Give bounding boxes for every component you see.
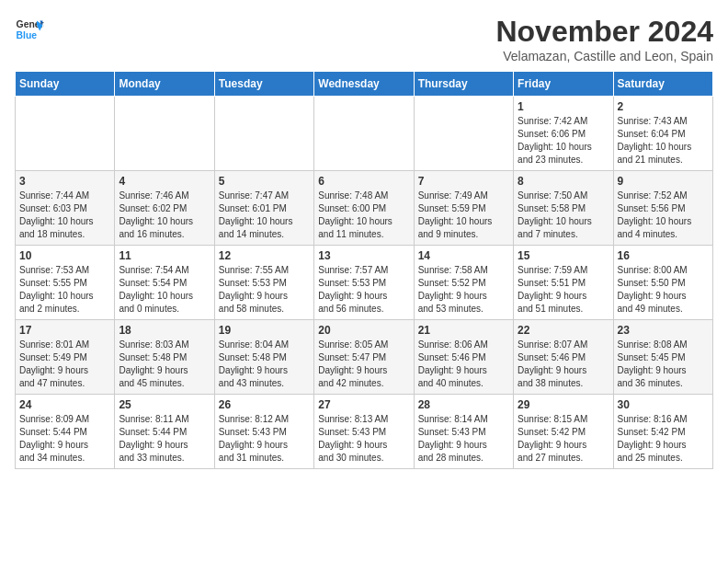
weekday-header-thursday: Thursday xyxy=(414,72,513,97)
day-info: Sunrise: 7:52 AM Sunset: 5:56 PM Dayligh… xyxy=(618,190,709,241)
day-number: 20 xyxy=(318,324,409,337)
day-info: Sunrise: 7:59 AM Sunset: 5:51 PM Dayligh… xyxy=(518,264,609,316)
title-block: November 2024 Velamazan, Castille and Le… xyxy=(495,15,713,63)
day-number: 21 xyxy=(418,324,509,337)
calendar-cell: 17Sunrise: 8:01 AM Sunset: 5:49 PM Dayli… xyxy=(16,320,115,395)
month-title: November 2024 xyxy=(495,15,713,49)
calendar-cell: 5Sunrise: 7:47 AM Sunset: 6:01 PM Daylig… xyxy=(214,171,313,246)
day-number: 10 xyxy=(19,249,110,262)
day-info: Sunrise: 7:58 AM Sunset: 5:52 PM Dayligh… xyxy=(418,264,509,316)
day-number: 24 xyxy=(19,398,110,411)
calendar-cell xyxy=(414,97,513,171)
day-info: Sunrise: 7:44 AM Sunset: 6:03 PM Dayligh… xyxy=(19,190,110,241)
calendar-week-row: 10Sunrise: 7:53 AM Sunset: 5:55 PM Dayli… xyxy=(16,246,713,320)
calendar-cell: 28Sunrise: 8:14 AM Sunset: 5:43 PM Dayli… xyxy=(414,395,513,469)
calendar-cell xyxy=(115,97,214,171)
day-info: Sunrise: 7:49 AM Sunset: 5:59 PM Dayligh… xyxy=(418,190,509,241)
calendar-cell: 20Sunrise: 8:05 AM Sunset: 5:47 PM Dayli… xyxy=(314,320,414,395)
day-info: Sunrise: 8:13 AM Sunset: 5:43 PM Dayligh… xyxy=(318,413,409,465)
day-info: Sunrise: 8:07 AM Sunset: 5:46 PM Dayligh… xyxy=(518,339,609,390)
svg-text:Blue: Blue xyxy=(17,30,38,40)
calendar-cell xyxy=(314,97,414,171)
day-number: 23 xyxy=(618,324,709,337)
day-number: 18 xyxy=(119,324,210,337)
day-number: 7 xyxy=(418,175,509,188)
calendar-cell: 12Sunrise: 7:55 AM Sunset: 5:53 PM Dayli… xyxy=(214,246,313,320)
day-number: 30 xyxy=(618,398,709,411)
day-number: 17 xyxy=(19,324,110,337)
day-number: 26 xyxy=(219,398,310,411)
day-number: 5 xyxy=(219,175,310,188)
day-info: Sunrise: 8:11 AM Sunset: 5:44 PM Dayligh… xyxy=(119,413,210,465)
day-info: Sunrise: 7:57 AM Sunset: 5:53 PM Dayligh… xyxy=(318,264,409,316)
day-info: Sunrise: 8:12 AM Sunset: 5:43 PM Dayligh… xyxy=(219,413,310,465)
logo: General Blue xyxy=(15,15,44,44)
calendar-cell: 3Sunrise: 7:44 AM Sunset: 6:03 PM Daylig… xyxy=(16,171,115,246)
calendar-cell: 23Sunrise: 8:08 AM Sunset: 5:45 PM Dayli… xyxy=(613,320,712,395)
calendar-week-row: 17Sunrise: 8:01 AM Sunset: 5:49 PM Dayli… xyxy=(16,320,713,395)
calendar-week-row: 1Sunrise: 7:42 AM Sunset: 6:06 PM Daylig… xyxy=(16,97,713,171)
day-info: Sunrise: 8:14 AM Sunset: 5:43 PM Dayligh… xyxy=(418,413,509,465)
day-number: 3 xyxy=(19,175,110,188)
weekday-header-monday: Monday xyxy=(115,72,214,97)
day-info: Sunrise: 7:42 AM Sunset: 6:06 PM Dayligh… xyxy=(518,115,609,167)
day-number: 16 xyxy=(618,249,709,262)
calendar-table: SundayMondayTuesdayWednesdayThursdayFrid… xyxy=(15,71,713,469)
calendar-cell: 6Sunrise: 7:48 AM Sunset: 6:00 PM Daylig… xyxy=(314,171,414,246)
calendar-cell: 24Sunrise: 8:09 AM Sunset: 5:44 PM Dayli… xyxy=(16,395,115,469)
day-number: 9 xyxy=(618,175,709,188)
calendar-cell: 1Sunrise: 7:42 AM Sunset: 6:06 PM Daylig… xyxy=(514,97,613,171)
calendar-cell: 22Sunrise: 8:07 AM Sunset: 5:46 PM Dayli… xyxy=(514,320,613,395)
day-info: Sunrise: 8:01 AM Sunset: 5:49 PM Dayligh… xyxy=(19,339,110,390)
weekday-header-saturday: Saturday xyxy=(613,72,712,97)
day-number: 12 xyxy=(219,249,310,262)
day-number: 25 xyxy=(119,398,210,411)
calendar-cell: 2Sunrise: 7:43 AM Sunset: 6:04 PM Daylig… xyxy=(613,97,712,171)
day-number: 11 xyxy=(119,249,210,262)
day-number: 2 xyxy=(618,100,709,113)
calendar-cell: 27Sunrise: 8:13 AM Sunset: 5:43 PM Dayli… xyxy=(314,395,414,469)
day-number: 1 xyxy=(518,100,609,113)
day-info: Sunrise: 7:55 AM Sunset: 5:53 PM Dayligh… xyxy=(219,264,310,316)
day-info: Sunrise: 7:43 AM Sunset: 6:04 PM Dayligh… xyxy=(618,115,709,167)
day-number: 6 xyxy=(318,175,409,188)
calendar-cell: 4Sunrise: 7:46 AM Sunset: 6:02 PM Daylig… xyxy=(115,171,214,246)
calendar-cell: 16Sunrise: 8:00 AM Sunset: 5:50 PM Dayli… xyxy=(613,246,712,320)
day-number: 14 xyxy=(418,249,509,262)
day-info: Sunrise: 7:48 AM Sunset: 6:00 PM Dayligh… xyxy=(318,190,409,241)
calendar-cell: 29Sunrise: 8:15 AM Sunset: 5:42 PM Dayli… xyxy=(514,395,613,469)
logo-icon: General Blue xyxy=(15,15,44,44)
calendar-cell: 19Sunrise: 8:04 AM Sunset: 5:48 PM Dayli… xyxy=(214,320,313,395)
day-info: Sunrise: 8:06 AM Sunset: 5:46 PM Dayligh… xyxy=(418,339,509,390)
day-info: Sunrise: 7:53 AM Sunset: 5:55 PM Dayligh… xyxy=(19,264,110,316)
calendar-cell xyxy=(214,97,313,171)
day-number: 15 xyxy=(518,249,609,262)
day-info: Sunrise: 7:50 AM Sunset: 5:58 PM Dayligh… xyxy=(518,190,609,241)
day-info: Sunrise: 8:16 AM Sunset: 5:42 PM Dayligh… xyxy=(618,413,709,465)
day-number: 28 xyxy=(418,398,509,411)
calendar-cell: 10Sunrise: 7:53 AM Sunset: 5:55 PM Dayli… xyxy=(16,246,115,320)
calendar-cell: 13Sunrise: 7:57 AM Sunset: 5:53 PM Dayli… xyxy=(314,246,414,320)
day-number: 13 xyxy=(318,249,409,262)
day-info: Sunrise: 7:46 AM Sunset: 6:02 PM Dayligh… xyxy=(119,190,210,241)
day-number: 22 xyxy=(518,324,609,337)
calendar-cell: 26Sunrise: 8:12 AM Sunset: 5:43 PM Dayli… xyxy=(214,395,313,469)
day-info: Sunrise: 7:54 AM Sunset: 5:54 PM Dayligh… xyxy=(119,264,210,316)
calendar-cell: 15Sunrise: 7:59 AM Sunset: 5:51 PM Dayli… xyxy=(514,246,613,320)
day-info: Sunrise: 8:08 AM Sunset: 5:45 PM Dayligh… xyxy=(618,339,709,390)
calendar-week-row: 3Sunrise: 7:44 AM Sunset: 6:03 PM Daylig… xyxy=(16,171,713,246)
calendar-cell: 14Sunrise: 7:58 AM Sunset: 5:52 PM Dayli… xyxy=(414,246,513,320)
day-info: Sunrise: 8:00 AM Sunset: 5:50 PM Dayligh… xyxy=(618,264,709,316)
day-number: 29 xyxy=(518,398,609,411)
calendar-cell: 25Sunrise: 8:11 AM Sunset: 5:44 PM Dayli… xyxy=(115,395,214,469)
page-header: General Blue November 2024 Velamazan, Ca… xyxy=(15,15,713,63)
location-subtitle: Velamazan, Castille and Leon, Spain xyxy=(495,49,713,63)
calendar-cell: 21Sunrise: 8:06 AM Sunset: 5:46 PM Dayli… xyxy=(414,320,513,395)
weekday-header-wednesday: Wednesday xyxy=(314,72,414,97)
weekday-header-friday: Friday xyxy=(514,72,613,97)
calendar-cell: 11Sunrise: 7:54 AM Sunset: 5:54 PM Dayli… xyxy=(115,246,214,320)
calendar-week-row: 24Sunrise: 8:09 AM Sunset: 5:44 PM Dayli… xyxy=(16,395,713,469)
calendar-header-row: SundayMondayTuesdayWednesdayThursdayFrid… xyxy=(16,72,713,97)
day-number: 8 xyxy=(518,175,609,188)
calendar-cell: 30Sunrise: 8:16 AM Sunset: 5:42 PM Dayli… xyxy=(613,395,712,469)
